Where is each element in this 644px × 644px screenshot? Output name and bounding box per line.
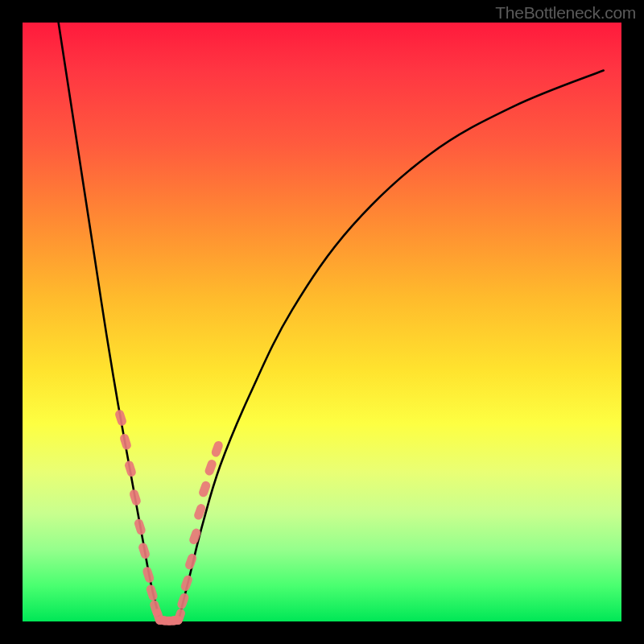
plot-area — [23, 23, 621, 621]
left-dots-marker — [119, 433, 133, 451]
left-dots-marker — [138, 542, 151, 559]
right-dots-marker — [176, 592, 190, 610]
right-dots-marker — [198, 480, 212, 498]
watermark-text: TheBottleneck.com — [495, 3, 636, 23]
left-dots-marker — [145, 584, 159, 601]
left-dots-marker — [133, 518, 147, 535]
left-dots-marker — [142, 566, 155, 584]
bottom-dots-marker — [169, 616, 182, 625]
right-dots-marker — [204, 459, 217, 477]
chart-frame: TheBottleneck.com — [0, 0, 644, 644]
right-curve — [178, 71, 603, 621]
right-dots-marker — [180, 574, 193, 592]
chart-svg — [23, 23, 621, 621]
left-dots-marker — [129, 489, 142, 506]
dot-layer — [114, 409, 225, 625]
right-dots-marker — [210, 440, 224, 458]
left-dots-marker — [114, 409, 128, 427]
left-dots-marker — [124, 460, 138, 477]
